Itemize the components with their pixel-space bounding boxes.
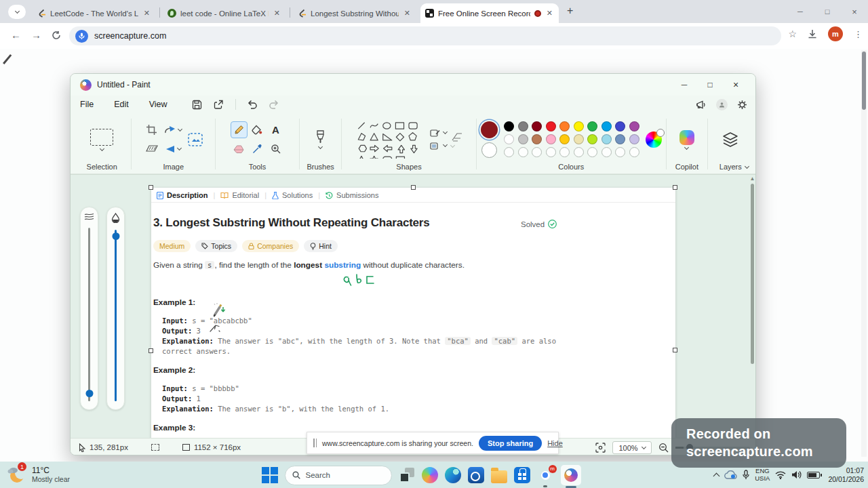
copilot-icon[interactable] xyxy=(679,130,694,145)
palette-swatch[interactable] xyxy=(559,121,570,131)
chevron-down-icon[interactable] xyxy=(100,146,104,150)
scrollbar-thumb[interactable] xyxy=(862,52,866,110)
palette-swatch-empty[interactable] xyxy=(546,147,556,157)
wifi-icon[interactable] xyxy=(775,471,786,479)
tab-close-icon[interactable]: ✕ xyxy=(545,9,554,18)
profile-avatar[interactable]: m xyxy=(828,26,843,41)
tray-mic-icon[interactable] xyxy=(743,470,749,480)
close-icon[interactable]: × xyxy=(841,7,868,17)
layers-icon[interactable] xyxy=(722,132,738,147)
outlook-icon[interactable] xyxy=(468,467,484,483)
browser-tab-leetcode[interactable]: LeetCode - The World's Leading ✕ xyxy=(33,3,156,23)
chrome-taskbar-icon[interactable]: m xyxy=(537,467,554,484)
back-icon[interactable]: ← xyxy=(11,29,21,41)
color-picker-tool[interactable] xyxy=(249,140,266,157)
brush-icon[interactable] xyxy=(315,130,326,144)
substring-link[interactable]: substring xyxy=(324,260,361,270)
tab-close-icon[interactable]: ✕ xyxy=(403,9,412,18)
text-tool[interactable]: A xyxy=(267,121,284,138)
shape-outline-option[interactable] xyxy=(430,129,447,138)
palette-swatch[interactable] xyxy=(587,134,597,144)
palette-swatch[interactable] xyxy=(629,134,639,144)
tray-expand-icon[interactable] xyxy=(713,473,720,480)
palette-swatch-empty[interactable] xyxy=(532,147,542,157)
bookmark-star-icon[interactable]: ☆ xyxy=(788,28,797,39)
taskbar-clock[interactable]: 01:07 20/01/2026 xyxy=(828,466,864,483)
browser-tab-screen-recorder[interactable]: Free Online Screen Recorde ✕ xyxy=(420,3,559,23)
colour2-swatch[interactable] xyxy=(481,142,497,158)
stop-sharing-button[interactable]: Stop sharing xyxy=(479,436,542,451)
scroll-up-icon[interactable]: ▲ xyxy=(749,176,755,182)
palette-swatch[interactable] xyxy=(532,121,542,131)
palette-swatch[interactable] xyxy=(574,121,584,131)
magnifier-tool[interactable] xyxy=(267,140,284,157)
shapes-grid[interactable] xyxy=(354,121,426,159)
companies-badge[interactable]: Companies xyxy=(242,240,299,252)
lc-tab-submissions[interactable]: Submissions xyxy=(326,191,378,199)
palette-swatch[interactable] xyxy=(546,121,556,131)
address-bar[interactable]: screencapture.com xyxy=(69,26,781,45)
paint-titlebar[interactable]: Untitled - Paint ─ □ × xyxy=(71,74,755,96)
url-text[interactable]: screencapture.com xyxy=(94,31,166,41)
canvas-handle-top-right[interactable] xyxy=(673,185,677,190)
flip-tool[interactable] xyxy=(165,144,181,154)
shape-fill-option[interactable] xyxy=(430,142,447,150)
palette-swatch-empty[interactable] xyxy=(629,147,639,157)
maximize-icon[interactable]: □ xyxy=(814,7,841,16)
thickness-slider[interactable] xyxy=(88,228,90,401)
undo-button[interactable] xyxy=(243,100,262,109)
battery-icon[interactable] xyxy=(807,472,820,479)
tab-close-icon[interactable]: ✕ xyxy=(142,9,151,18)
texture-icon[interactable] xyxy=(146,144,158,154)
palette-swatch[interactable] xyxy=(559,134,570,144)
weather-widget[interactable]: 1 11°C Mostly clear xyxy=(7,464,70,485)
taskbar-search[interactable]: Search xyxy=(285,466,392,485)
lc-tab-editorial[interactable]: Editorial xyxy=(220,191,259,199)
palette-swatch-empty[interactable] xyxy=(601,147,612,157)
edit-colours-icon[interactable] xyxy=(646,131,662,148)
downloads-icon[interactable] xyxy=(808,29,817,39)
hide-link[interactable]: Hide xyxy=(547,439,563,447)
lc-tab-description[interactable]: Description xyxy=(157,191,208,199)
browser-tab-longest-substring[interactable]: Longest Substring Without Rep ✕ xyxy=(293,3,416,23)
palette-swatch-empty[interactable] xyxy=(615,147,625,157)
drag-handle[interactable] xyxy=(313,439,317,447)
selection-tool[interactable] xyxy=(90,129,113,146)
menu-view[interactable]: View xyxy=(149,100,167,109)
account-icon[interactable] xyxy=(716,99,728,110)
palette-swatch-empty[interactable] xyxy=(574,147,584,157)
site-mic-permission-icon[interactable] xyxy=(75,30,88,43)
palette-swatch-empty[interactable] xyxy=(518,147,528,157)
hint-badge[interactable]: Hint xyxy=(304,240,338,252)
chevron-down-icon[interactable] xyxy=(318,144,323,149)
close-icon[interactable]: × xyxy=(723,79,749,90)
difficulty-badge[interactable]: Medium xyxy=(153,240,191,252)
palette-swatch-empty[interactable] xyxy=(504,147,514,157)
edge-icon[interactable] xyxy=(445,467,461,483)
redo-button[interactable] xyxy=(264,100,283,109)
onedrive-cloud-icon[interactable] xyxy=(724,470,737,479)
slider-thumb[interactable] xyxy=(85,390,93,397)
canvas-handle-top-center[interactable] xyxy=(411,185,416,190)
file-explorer-icon[interactable] xyxy=(491,470,507,483)
save-button[interactable] xyxy=(188,100,207,110)
palette-swatch[interactable] xyxy=(546,134,556,144)
maximize-icon[interactable]: □ xyxy=(697,80,723,89)
task-view-button[interactable] xyxy=(399,467,415,483)
chevron-down-icon[interactable] xyxy=(684,144,689,149)
microsoft-store-icon[interactable] xyxy=(514,467,530,483)
menu-edit[interactable]: Edit xyxy=(114,100,129,109)
fit-to-screen-icon[interactable] xyxy=(595,443,606,453)
palette-swatch-empty[interactable] xyxy=(587,147,597,157)
palette-swatch[interactable] xyxy=(615,121,625,131)
palette-swatch[interactable] xyxy=(504,121,514,131)
rotate-tool[interactable] xyxy=(164,125,182,135)
language-indicator[interactable]: ENG USIA xyxy=(755,468,770,482)
lc-tab-solutions[interactable]: Solutions xyxy=(272,191,313,199)
crop-icon[interactable] xyxy=(146,124,157,136)
topics-badge[interactable]: Topics xyxy=(195,240,237,252)
palette-swatch[interactable] xyxy=(532,134,542,144)
shape-list-icon[interactable] xyxy=(451,132,463,142)
new-tab-button[interactable]: + xyxy=(567,5,573,17)
minimize-icon[interactable]: ─ xyxy=(787,7,814,16)
